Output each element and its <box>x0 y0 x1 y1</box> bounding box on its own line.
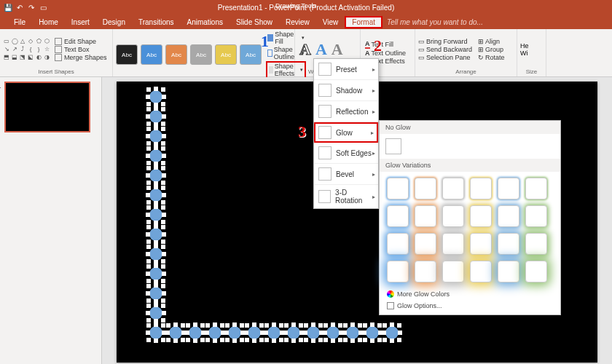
glow-variation[interactable] <box>470 205 492 227</box>
selection-handle[interactable] <box>166 338 170 342</box>
glow-options[interactable]: Glow Options... <box>380 300 560 312</box>
selection-handle[interactable] <box>161 338 165 342</box>
fx-bevel[interactable]: Bevel▸ <box>314 164 378 185</box>
shape-circle[interactable] <box>248 326 261 339</box>
selection-handle[interactable] <box>146 205 151 210</box>
style-swatch[interactable]: Abc <box>141 44 162 65</box>
selection-handle[interactable] <box>146 95 150 99</box>
selection-handle[interactable] <box>161 122 165 126</box>
selection-handle[interactable] <box>162 193 166 197</box>
selection-handle[interactable] <box>284 338 289 342</box>
glow-variation[interactable] <box>387 233 409 255</box>
selection-handle[interactable] <box>193 323 197 327</box>
fx-reflection[interactable]: Reflection▸ <box>314 101 378 122</box>
selection-handle[interactable] <box>146 107 151 111</box>
selection-handle[interactable] <box>162 252 166 256</box>
selection-handle[interactable] <box>304 338 308 342</box>
tab-insert[interactable]: Insert <box>65 16 96 28</box>
selection-handle[interactable] <box>154 323 158 327</box>
selection-handle[interactable] <box>162 311 166 315</box>
selection-handle[interactable] <box>165 331 170 335</box>
selection-handle[interactable] <box>279 323 283 328</box>
selection-handle[interactable] <box>162 291 166 296</box>
selection-handle[interactable] <box>397 323 401 328</box>
selection-handle[interactable] <box>146 311 150 315</box>
selection-handle[interactable] <box>181 323 185 328</box>
selection-handle[interactable] <box>154 303 158 307</box>
slide-thumbnail[interactable] <box>4 82 90 132</box>
selection-handle[interactable] <box>161 205 165 210</box>
selection-handle[interactable] <box>161 225 165 229</box>
selection-handle[interactable] <box>323 331 327 335</box>
shape-style-gallery[interactable]: Abc Abc Abc Abc Abc Abc <box>116 44 262 65</box>
shape-circle[interactable] <box>228 326 241 339</box>
selection-handle[interactable] <box>161 259 165 264</box>
selection-handle[interactable] <box>382 323 387 328</box>
selection-handle[interactable] <box>162 232 166 237</box>
selection-handle[interactable] <box>162 213 166 217</box>
selection-handle[interactable] <box>240 338 244 342</box>
selection-handle[interactable] <box>232 323 237 327</box>
selection-handle[interactable] <box>162 272 166 276</box>
glow-variation[interactable] <box>498 178 519 199</box>
selection-handle[interactable] <box>362 331 366 335</box>
selection-handle[interactable] <box>252 323 256 327</box>
glow-variation[interactable] <box>525 261 547 282</box>
selection-handle[interactable] <box>162 114 166 119</box>
shape-circle[interactable] <box>149 149 162 162</box>
selection-handle[interactable] <box>154 185 158 189</box>
shape-circle[interactable] <box>346 326 359 339</box>
selection-handle[interactable] <box>146 181 151 185</box>
selection-handle[interactable] <box>162 95 166 99</box>
wordart-swatch[interactable]: A <box>299 40 311 59</box>
selection-handle[interactable] <box>146 122 151 126</box>
selection-handle[interactable] <box>331 323 335 327</box>
selection-handle[interactable] <box>390 339 394 343</box>
shape-circle[interactable] <box>326 326 340 339</box>
selection-handle[interactable] <box>161 200 165 205</box>
selection-handle[interactable] <box>259 323 264 328</box>
selection-handle[interactable] <box>363 323 367 328</box>
shape-circle[interactable] <box>189 326 202 339</box>
selection-handle[interactable] <box>162 154 166 158</box>
selection-handle[interactable] <box>146 331 150 335</box>
selection-handle[interactable] <box>146 173 150 178</box>
selection-handle[interactable] <box>264 323 269 328</box>
selection-handle[interactable] <box>146 193 150 197</box>
selection-handle[interactable] <box>162 173 166 178</box>
tab-design[interactable]: Design <box>96 16 132 28</box>
selection-handle[interactable] <box>146 166 151 170</box>
selection-handle[interactable] <box>154 264 158 268</box>
selection-handle[interactable] <box>146 186 151 190</box>
selection-handle[interactable] <box>299 338 303 342</box>
align-button[interactable]: ⊞ Align <box>478 38 505 45</box>
shape-circle[interactable] <box>149 267 162 280</box>
selection-handle[interactable] <box>244 331 248 335</box>
selection-handle[interactable] <box>259 338 264 342</box>
selection-handle[interactable] <box>146 141 151 146</box>
selection-handle[interactable] <box>232 339 237 343</box>
glow-variation[interactable] <box>442 233 464 255</box>
selection-handle[interactable] <box>146 279 151 283</box>
tab-file[interactable]: File <box>7 16 32 28</box>
selection-handle[interactable] <box>161 323 165 328</box>
selection-handle[interactable] <box>350 339 355 343</box>
selection-handle[interactable] <box>146 338 151 342</box>
selection-handle[interactable] <box>166 323 170 328</box>
selection-handle[interactable] <box>279 338 283 342</box>
selection-handle[interactable] <box>213 339 217 343</box>
start-slideshow-icon[interactable]: ▭ <box>39 4 47 11</box>
selection-handle[interactable] <box>154 126 158 130</box>
selection-handle[interactable] <box>154 283 158 288</box>
selection-handle[interactable] <box>200 323 205 328</box>
selection-handle[interactable] <box>331 339 335 343</box>
selection-handle[interactable] <box>161 181 165 185</box>
wordart-swatch[interactable]: A <box>332 40 343 59</box>
selection-handle[interactable] <box>146 245 151 249</box>
selection-handle[interactable] <box>272 339 276 343</box>
fx-glow[interactable]: Glow▸ <box>314 122 378 143</box>
selection-handle[interactable] <box>264 338 269 342</box>
selection-handle[interactable] <box>146 323 151 328</box>
selection-handle[interactable] <box>146 225 151 229</box>
selection-handle[interactable] <box>225 323 230 328</box>
